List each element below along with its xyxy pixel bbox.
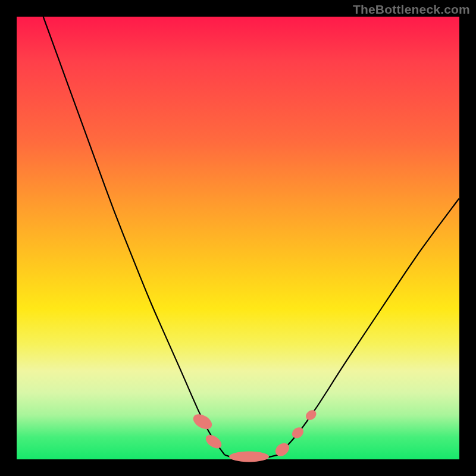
- marker-5: [304, 408, 318, 422]
- marker-0: [190, 411, 214, 432]
- series-right-curve: [278, 198, 459, 455]
- series-left-curve: [43, 17, 225, 455]
- chart-svg: [17, 17, 459, 459]
- chart-container: TheBottleneck.com: [0, 0, 476, 476]
- marker-2: [229, 452, 269, 462]
- plot-area: [17, 17, 459, 459]
- series-group: [43, 17, 459, 459]
- marker-1: [203, 432, 224, 451]
- marker-group: [190, 408, 318, 462]
- watermark-text: TheBottleneck.com: [353, 2, 470, 17]
